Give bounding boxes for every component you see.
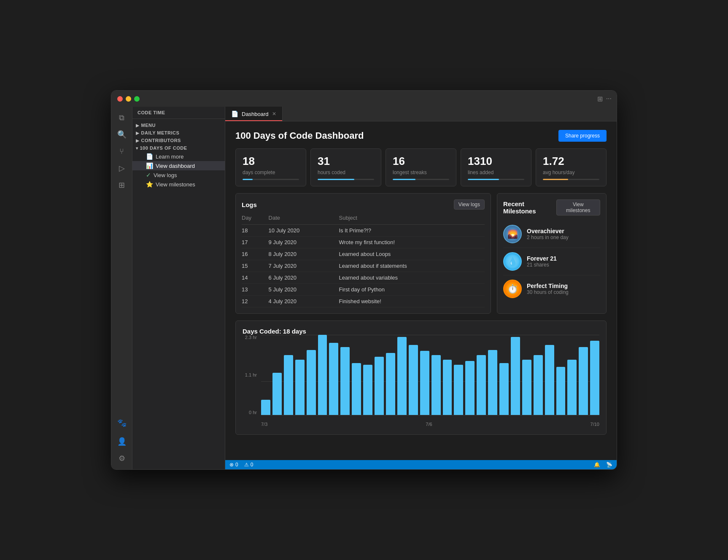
logs-panel: Logs View logs Day Date Subject <box>235 193 491 314</box>
stat-lines-added: 1310 lines added <box>461 148 531 186</box>
log-date: 5 July 2020 <box>269 284 339 296</box>
logs-title: Logs <box>242 201 257 208</box>
log-subject: Finished website! <box>339 296 485 307</box>
more-options-icon[interactable]: ··· <box>606 95 612 102</box>
activity-codetime-icon[interactable]: 🐾 <box>114 415 129 431</box>
daily-metrics-arrow-icon: ▶ <box>136 131 140 135</box>
y-label-top: 2.3 hr <box>243 335 257 340</box>
tab-close-icon[interactable]: ✕ <box>272 111 276 117</box>
minimize-button[interactable] <box>126 96 131 102</box>
activity-search-icon[interactable]: 🔍 <box>114 127 129 142</box>
view-dashboard-icon: 📊 <box>146 162 153 169</box>
milestone-title-2: Perfect Timing <box>527 283 569 289</box>
activity-explorer-icon[interactable]: ⧉ <box>114 110 129 125</box>
log-day: 14 <box>242 272 269 284</box>
chart-bar <box>499 363 509 415</box>
chart-y-labels: 2.3 hr 1.1 hr 0 hr <box>243 335 259 415</box>
chart-bar <box>261 400 270 415</box>
traffic-lights <box>117 96 140 102</box>
activity-account-icon[interactable]: 👤 <box>114 434 129 449</box>
log-subject: Is It Prime?!? <box>339 225 485 237</box>
bottom-row: Logs View logs Day Date Subject <box>235 193 607 314</box>
activity-bar: ⧉ 🔍 ⑂ ▷ ⊞ 🐾 👤 ⚙ <box>111 107 132 469</box>
status-errors: ⊗ 0 <box>229 462 238 468</box>
title-bar: ⊞ ··· <box>111 91 617 107</box>
stat-lines-bar-fill <box>468 179 499 180</box>
sidebar-item-learn-more[interactable]: 📄 Learn more <box>132 152 225 161</box>
stat-hours-value: 31 <box>318 155 374 168</box>
chart-bar <box>386 353 395 415</box>
log-day: 18 <box>242 225 269 237</box>
log-day: 13 <box>242 284 269 296</box>
sidebar-title: CODE TIME <box>132 107 225 119</box>
stat-days-complete: 18 days complete <box>235 148 306 186</box>
stat-lines-label: lines added <box>468 170 524 175</box>
view-logs-button[interactable]: View logs <box>454 199 485 210</box>
milestone-badge-2: ⏱️ <box>503 280 522 298</box>
chart-bar <box>454 365 463 415</box>
chart-bar <box>318 335 327 415</box>
col-date: Date <box>269 215 339 225</box>
chart-bar <box>352 363 361 415</box>
log-date: 7 July 2020 <box>269 260 339 272</box>
status-bar: ⊗ 0 ⚠ 0 🔔 📡 <box>225 460 617 469</box>
dashboard-title: 100 Days of Code Dashboard <box>235 130 364 141</box>
log-date: 10 July 2020 <box>269 225 339 237</box>
sidebar-item-view-dashboard[interactable]: 📊 View dashboard <box>132 161 225 170</box>
stat-days-bar <box>243 179 299 180</box>
chart-bar <box>488 350 497 415</box>
log-date: 9 July 2020 <box>269 237 339 248</box>
activity-settings-icon[interactable]: ⚙ <box>114 451 129 466</box>
milestone-desc-0: 2 hours in one day <box>527 234 569 240</box>
list-item: 🌄 Overachiever 2 hours in one day <box>503 221 600 248</box>
sidebar-section-100days[interactable]: ▾ 100 DAYS OF CODE <box>132 144 225 152</box>
dashboard-header: 100 Days of Code Dashboard Share progres… <box>235 130 607 142</box>
milestones-title: Recent Milestones <box>503 200 556 215</box>
sidebar-section-daily-metrics[interactable]: ▶ DAILY METRICS <box>132 129 225 137</box>
view-milestones-icon: ⭐ <box>146 181 153 188</box>
stat-lines-value: 1310 <box>468 155 524 168</box>
log-subject: Wrote my first function! <box>339 237 485 248</box>
col-day: Day <box>242 215 269 225</box>
split-editor-icon[interactable]: ⊞ <box>597 95 603 103</box>
stat-hours-coded: 31 hours coded <box>310 148 381 186</box>
table-row: 14 6 July 2020 Learned about variables <box>242 272 485 284</box>
chart-bar <box>477 355 486 415</box>
status-bell-icon[interactable]: 🔔 <box>594 462 600 468</box>
view-milestones-button[interactable]: View milestones <box>556 199 600 215</box>
activity-run-icon[interactable]: ▷ <box>114 161 129 176</box>
dashboard: 100 Days of Code Dashboard Share progres… <box>225 121 617 460</box>
logs-panel-header: Logs View logs <box>242 199 485 210</box>
x-label-mid: 7/6 <box>426 422 432 427</box>
log-subject: Learned about Loops <box>339 248 485 260</box>
sidebar: CODE TIME ▶ MENU ▶ DAILY METRICS ▶ CONTR… <box>132 107 225 469</box>
stat-avg-bar-fill <box>543 179 568 180</box>
activity-source-control-icon[interactable]: ⑂ <box>114 144 129 159</box>
sidebar-item-view-logs[interactable]: ✓ View logs <box>132 170 225 180</box>
chart-bar <box>511 337 520 415</box>
chart-title: Days Coded: 18 days <box>243 328 599 335</box>
tab-dashboard[interactable]: 📄 Dashboard ✕ <box>225 107 283 121</box>
editor-area: 📄 Dashboard ✕ 100 Days of Code Dashboard… <box>225 107 617 469</box>
chart-bar <box>409 345 418 415</box>
chart-bar <box>579 347 588 415</box>
sidebar-item-view-milestones[interactable]: ⭐ View milestones <box>132 180 225 189</box>
tab-bar: 📄 Dashboard ✕ <box>225 107 617 121</box>
chart-bar <box>272 373 282 415</box>
milestone-badge-1: 💧 <box>503 252 522 271</box>
sidebar-section-contributors[interactable]: ▶ CONTRIBUTORS <box>132 137 225 144</box>
log-subject: First day of Python <box>339 284 485 296</box>
milestone-badge-0: 🌄 <box>503 225 522 243</box>
sidebar-section-menu[interactable]: ▶ MENU <box>132 121 225 129</box>
sidebar-sections: ▶ MENU ▶ DAILY METRICS ▶ CONTRIBUTORS ▾ … <box>132 119 225 191</box>
share-progress-button[interactable]: Share progress <box>558 130 607 142</box>
stat-lines-bar <box>468 179 524 180</box>
content-area: 100 Days of Code Dashboard Share progres… <box>225 121 617 460</box>
maximize-button[interactable] <box>134 96 140 102</box>
warning-icon: ⚠ <box>244 462 249 468</box>
status-broadcast-icon[interactable]: 📡 <box>606 462 612 468</box>
table-row: 15 7 July 2020 Learned about if statemen… <box>242 260 485 272</box>
log-day: 12 <box>242 296 269 307</box>
close-button[interactable] <box>117 96 123 102</box>
activity-extensions-icon[interactable]: ⊞ <box>114 178 129 193</box>
